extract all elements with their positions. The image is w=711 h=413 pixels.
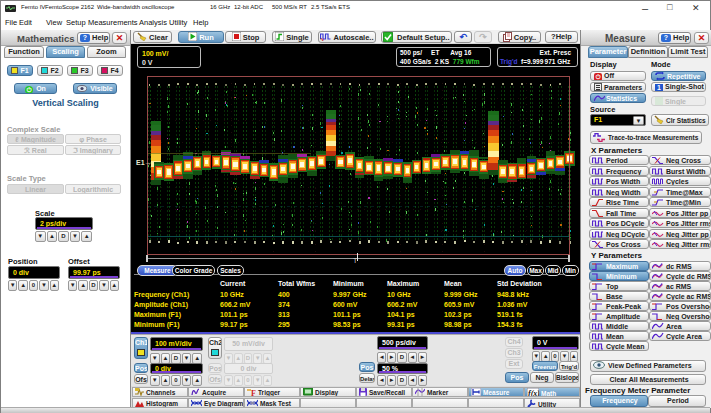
svg-text:F: F bbox=[251, 389, 256, 396]
svg-text:f(x): f(x) bbox=[528, 389, 539, 398]
svg-text:∿: ∿ bbox=[320, 36, 324, 41]
svg-text:E1→: E1→ bbox=[136, 159, 152, 166]
